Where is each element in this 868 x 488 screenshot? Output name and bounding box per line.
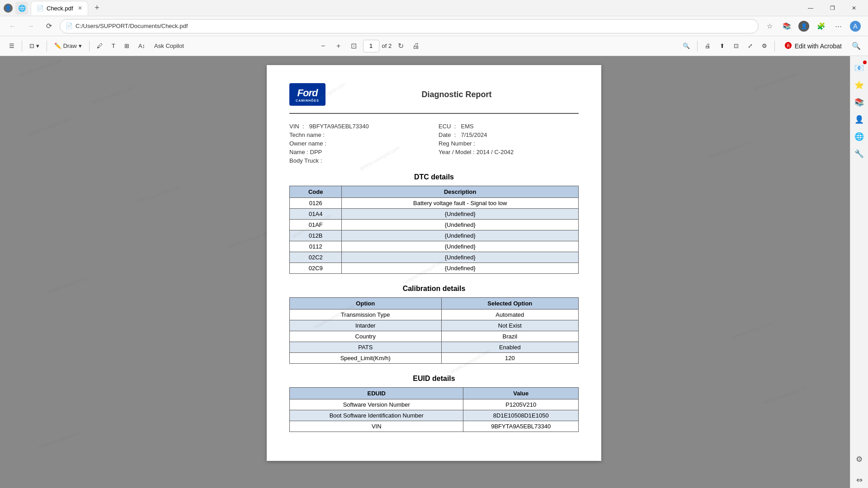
dtc-code-cell: 02C9: [290, 263, 342, 274]
table-row: PATS Enabled: [290, 342, 579, 353]
euid-value-cell: 9BFYTA9A5EBL73340: [463, 421, 579, 432]
pdf-viewer[interactable]: WWW.waregod.com WWW.waregod.com WWW.ware…: [0, 56, 868, 488]
dtc-desc-cell: {Undefined}: [342, 241, 579, 252]
dtc-code-cell: 02C2: [290, 252, 342, 263]
minimize-button[interactable]: —: [800, 0, 821, 16]
ecu-value: EMS: [461, 123, 474, 130]
nav-right-icons: ☆ 📚 👤 🧩 ⋯ A: [762, 19, 863, 33]
highlight-btn[interactable]: 🖊: [93, 41, 106, 51]
tab-close-button[interactable]: ✕: [78, 5, 82, 11]
ecu-row: ECU : EMS: [439, 123, 579, 130]
print-toolbar-btn[interactable]: 🖨: [701, 41, 714, 51]
text-select-btn[interactable]: A↕: [135, 41, 149, 51]
forward-button[interactable]: →: [24, 19, 38, 33]
cal-table: Option Selected Option Transmission Type…: [289, 297, 579, 364]
fit-options-btn[interactable]: ⊡ ▾: [26, 41, 43, 51]
vin-label: VIN :: [289, 123, 307, 130]
ford-sub: CAMINHÕES: [296, 99, 319, 102]
close-button[interactable]: ✕: [844, 0, 864, 16]
new-tab-button[interactable]: +: [91, 2, 104, 14]
toolbar-right: 🔍 🖨 ⬆ ⊡ ⤢ ⚙ 🅐 Edit with Acrobat 🔍: [679, 39, 863, 53]
address-bar[interactable]: 📄 C:/Users/SUPPORT/Documents/Check.pdf: [60, 19, 759, 33]
table-row: 01A4 {Undefined}: [290, 209, 579, 220]
table-row: VIN 9BFYTA9A5EBL73340: [290, 421, 579, 432]
sidebar-settings-icon[interactable]: ⚙: [851, 451, 868, 467]
sidebar-tools-icon[interactable]: 🔧: [851, 145, 868, 162]
cal-option-cell: PATS: [290, 342, 442, 353]
cal-value-cell: Brazil: [441, 331, 578, 342]
ask-copilot-btn[interactable]: Ask Copilot: [151, 41, 188, 51]
favorites-icon[interactable]: ☆: [762, 19, 777, 33]
cal-option-cell: Transmission Type: [290, 310, 442, 320]
euid-col-value: Value: [463, 388, 579, 399]
zoom-out-btn[interactable]: −: [317, 40, 330, 52]
address-text: C:/Users/SUPPORT/Documents/Check.pdf: [75, 23, 188, 29]
year-value: 2014 / C-2042: [476, 149, 514, 155]
owner-label: Owner name :: [289, 140, 326, 147]
table-row: 0126 Battery voltage fault - Signal too …: [290, 198, 579, 209]
name-label: Name : DPP: [289, 149, 322, 155]
cal-option-cell: Country: [290, 331, 442, 342]
body-row: Body Truck :: [289, 157, 429, 164]
sidebar-star-icon[interactable]: ⭐: [851, 77, 868, 93]
draw-btn[interactable]: ✏️ Draw ▾: [51, 41, 85, 51]
restore-button[interactable]: ❐: [822, 0, 843, 16]
doc-header: Ford CAMINHÕES Diagnostic Report: [289, 83, 579, 106]
text-btn[interactable]: T: [108, 41, 119, 51]
draw-chevron: ▾: [79, 42, 82, 49]
table-row: 01AF {Undefined}: [290, 220, 579, 230]
profile-nav-icon[interactable]: 👤: [797, 19, 811, 33]
main-area: WWW.waregod.com WWW.waregod.com WWW.ware…: [0, 56, 868, 488]
dtc-desc-cell: {Undefined}: [342, 230, 579, 241]
refresh-button[interactable]: ⟳: [42, 19, 56, 33]
cal-col-option: Option: [290, 298, 442, 310]
back-button[interactable]: ←: [5, 19, 20, 33]
dtc-desc-cell: Battery voltage fault - Signal too low: [342, 198, 579, 209]
settings-icon[interactable]: ⋯: [831, 19, 845, 33]
zoom-in-btn[interactable]: +: [332, 40, 345, 52]
fullscreen-btn[interactable]: ⤢: [744, 41, 756, 51]
immersive-btn[interactable]: ⊡: [730, 41, 742, 51]
table-row: 02C9 {Undefined}: [290, 263, 579, 274]
sidebar-resize-icon[interactable]: ⇔: [851, 472, 868, 488]
edit-acrobat-button[interactable]: 🅐 Edit with Acrobat: [778, 39, 848, 53]
euid-table: EDUID Value Software Version Number P120…: [289, 387, 579, 432]
print-btn[interactable]: 🖨: [410, 40, 422, 52]
dtc-code-cell: 0112: [290, 241, 342, 252]
toolbar-menu-btn[interactable]: ☰: [5, 41, 18, 51]
sidebar-toggle-icon[interactable]: A: [848, 19, 863, 33]
sidebar-mail-icon[interactable]: 📧: [851, 60, 868, 76]
euid-id-cell: VIN: [290, 421, 463, 432]
dtc-code-cell: 01AF: [290, 220, 342, 230]
sidebar-profile-icon[interactable]: 👤: [851, 111, 868, 127]
collections-icon[interactable]: 📚: [779, 19, 794, 33]
sidebar-outlook-icon[interactable]: 🌐: [851, 128, 868, 145]
page-number-input[interactable]: [363, 40, 379, 52]
settings-toolbar-btn[interactable]: ⚙: [758, 41, 771, 51]
select-btn[interactable]: ⊞: [121, 41, 133, 51]
sidebar-collections-icon[interactable]: 📚: [851, 94, 868, 110]
ford-logo: Ford CAMINHÕES: [289, 83, 326, 106]
dtc-title: DTC details: [289, 173, 579, 181]
fit-page-btn[interactable]: ⊡: [348, 40, 360, 52]
techn-label: Techn name :: [289, 131, 325, 138]
extensions-icon[interactable]: 🧩: [814, 19, 828, 33]
share-btn[interactable]: ⬆: [716, 41, 728, 51]
profile-icon[interactable]: 👤: [4, 4, 13, 13]
right-sidebar: 📧 ⭐ 📚 👤 🌐 🔧 ⚙ ⇔: [850, 56, 868, 488]
search-right-btn[interactable]: 🔍: [850, 40, 863, 52]
active-tab[interactable]: 📄 Check.pdf ✕: [31, 1, 88, 15]
table-row: Speed_Limit(Km/h) 120: [290, 353, 579, 364]
name-row: Name : DPP: [289, 149, 429, 155]
sep5: [774, 41, 775, 52]
cal-option-cell: Intarder: [290, 320, 442, 331]
dtc-desc-cell: {Undefined}: [342, 252, 579, 263]
pdf-page: WWW.waregod.com WWW.waregod.com WWW.ware…: [267, 65, 601, 461]
page-navigation: − + ⊡ of 2 ↻ 🖨: [317, 40, 423, 52]
body-label: Body Truck :: [289, 157, 322, 164]
techn-row: Techn name :: [289, 131, 429, 138]
edit-acrobat-label: Edit with Acrobat: [795, 42, 842, 50]
draw-label: Draw: [63, 42, 77, 49]
rotate-btn[interactable]: ↻: [394, 40, 407, 52]
search-toolbar-btn[interactable]: 🔍: [679, 41, 693, 51]
